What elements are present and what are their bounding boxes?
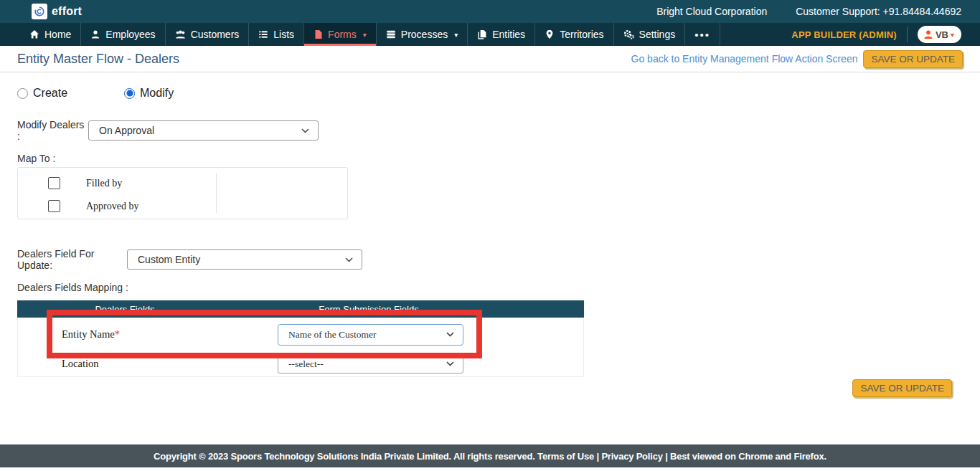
main-nav: Home Employees Customers Lists Forms [0, 23, 980, 46]
brand-name: effort [52, 5, 82, 18]
footer-separator: | [594, 451, 601, 462]
nav-label: Home [44, 29, 71, 40]
field-name-cell: Location [18, 358, 233, 370]
chevron-down-icon [301, 128, 309, 133]
table-body: Entity Name* Name of the Customer Locati… [17, 318, 584, 377]
divider [216, 173, 217, 213]
nav-item-lists[interactable]: Lists [248, 23, 303, 46]
selected-value: Custom Entity [138, 254, 200, 265]
save-or-update-button-bottom[interactable]: SAVE OR UPDATE [852, 379, 952, 397]
page-footer: Copyright © 2023 Spoors Technology Solut… [0, 444, 980, 467]
more-icon: ••• [694, 29, 710, 40]
map-to-box: Filled by Approved by [17, 167, 348, 219]
nav-separator [907, 27, 908, 42]
radio-create[interactable]: Create [17, 87, 124, 100]
app-root: effort Bright Cloud Corporation Customer… [0, 0, 980, 471]
field-name: Location [62, 358, 99, 369]
nav-item-territories[interactable]: Territories [534, 23, 613, 46]
table-row-entity-name: Entity Name* Name of the Customer [18, 318, 583, 351]
chevron-down-icon [446, 361, 454, 366]
form-icon [314, 29, 323, 39]
checkbox-approved-by[interactable]: Approved by [48, 200, 139, 212]
customer-support: Customer Support: +91.84484.44692 [796, 6, 961, 17]
column-header-dealers-fields: Dealers Fields [17, 304, 232, 315]
column-header-form-submission-fields: Form Submission Fields [232, 304, 505, 315]
nav-item-forms[interactable]: Forms ▾ [303, 23, 376, 46]
modify-dealers-label: Modify Dealers : [17, 119, 88, 142]
users-icon [175, 29, 186, 39]
mode-radio-group: Create Modify [17, 87, 174, 100]
dealers-field-for-update: Dealers Field For Update: Custom Entity [17, 248, 362, 271]
copyright-text: Copyright © 2023 Spoors Technology Solut… [154, 451, 537, 462]
location-mapping-select[interactable]: --select-- [278, 355, 463, 374]
dealers-fields-mapping-label: Dealers Fields Mapping : [17, 282, 128, 293]
modify-dealers-select[interactable]: On Approval [88, 120, 319, 141]
entity-name-mapping-select[interactable]: Name of the Customer [278, 324, 463, 346]
selected-value: Name of the Customer [288, 329, 377, 341]
modify-dealers-field: Modify Dealers : On Approval [17, 119, 319, 142]
table-row-location: Location --select-- [18, 351, 583, 376]
nav-label: Settings [639, 29, 676, 40]
nav-label: Lists [273, 29, 294, 40]
app-builder-role: APP BUILDER (ADMIN) [791, 29, 897, 40]
selected-value: --select-- [288, 358, 324, 370]
top-bar: effort Bright Cloud Corporation Customer… [0, 0, 980, 23]
selected-value: On Approval [99, 125, 154, 136]
nav-label: Employees [105, 29, 155, 40]
chevron-down-icon: ▾ [951, 31, 954, 39]
checkbox-filled-by[interactable]: Filled by [48, 177, 122, 189]
footer-suffix: | Best viewed on Chrome and Firefox. [663, 451, 826, 462]
user-icon [90, 29, 100, 39]
user-avatar-icon [923, 29, 933, 39]
entities-icon [477, 29, 487, 39]
nav-item-customers[interactable]: Customers [165, 23, 249, 46]
company-name: Bright Cloud Corporation [656, 6, 767, 17]
nav-label: Customers [191, 29, 240, 40]
table-header-row: Dealers Fields Form Submission Fields [17, 300, 584, 318]
list-icon [258, 29, 268, 39]
radio-circle-unchecked [17, 88, 28, 99]
chevron-down-icon [446, 332, 454, 337]
dealers-field-for-update-label: Dealers Field For Update: [17, 248, 127, 271]
map-pin-icon [545, 29, 555, 39]
nav-label: Entities [492, 29, 525, 40]
map-to-label: Map To : [17, 153, 55, 164]
chevron-down-icon [345, 257, 353, 262]
chevron-down-icon: ▾ [363, 31, 367, 39]
dealers-field-for-update-select[interactable]: Custom Entity [127, 249, 362, 270]
terms-of-use-link[interactable]: Terms of Use [537, 451, 594, 462]
checkbox-label: Filled by [86, 178, 122, 189]
nav-item-settings[interactable]: Settings [613, 23, 685, 46]
nav-item-more[interactable]: ••• [684, 23, 720, 46]
mapping-table: Dealers Fields Form Submission Fields En… [17, 300, 584, 377]
nav-label: Forms [328, 29, 357, 40]
page-title: Entity Master Flow - Dealers [17, 52, 179, 67]
required-marker: * [115, 328, 120, 340]
logo-swirl-icon [33, 5, 46, 18]
go-back-link[interactable]: Go back to Entity Management Flow Action… [631, 53, 858, 65]
chevron-down-icon: ▾ [454, 31, 458, 39]
checkbox-label: Approved by [86, 201, 139, 212]
nav-item-processes[interactable]: Processes ▾ [376, 23, 467, 46]
save-or-update-button-top[interactable]: SAVE OR UPDATE [863, 50, 963, 68]
nav-item-home[interactable]: Home [20, 23, 80, 46]
page-header: Entity Master Flow - Dealers Go back to … [0, 46, 980, 72]
field-name-cell: Entity Name* [18, 328, 233, 341]
radio-label: Modify [140, 87, 174, 100]
checkbox-icon [48, 200, 60, 212]
privacy-policy-link[interactable]: Privacy Policy [601, 451, 662, 462]
home-icon [29, 29, 39, 39]
effort-logo-icon[interactable] [32, 4, 47, 19]
field-name: Entity Name [62, 328, 115, 340]
nav-item-employees[interactable]: Employees [80, 23, 164, 46]
radio-modify[interactable]: Modify [124, 87, 174, 100]
radio-label: Create [33, 87, 67, 100]
gear-icon [623, 29, 634, 39]
checkbox-icon [48, 177, 60, 189]
nav-label: Processes [401, 29, 448, 40]
nav-item-entities[interactable]: Entities [467, 23, 534, 46]
user-initials: VB [936, 29, 948, 40]
user-menu-button[interactable]: VB ▾ [918, 26, 961, 43]
radio-circle-checked [124, 88, 135, 99]
process-icon [386, 29, 396, 39]
